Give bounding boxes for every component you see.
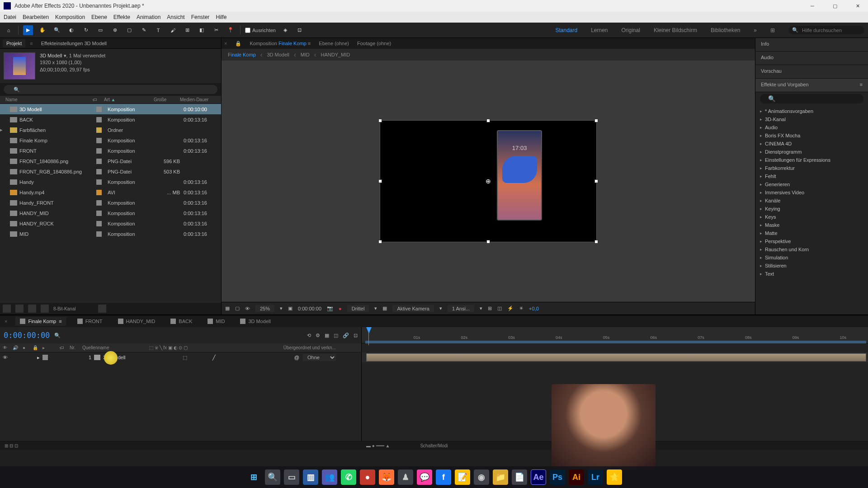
tl-icon-1[interactable]: ⟲ [307, 333, 311, 338]
effects-category[interactable]: Simulation [755, 253, 868, 262]
effects-category[interactable]: CINEMA 4D [755, 140, 868, 148]
col-dur[interactable]: Medien-Dauer [180, 97, 216, 102]
timeline-tab-0[interactable]: Finale Komp ≡ [15, 317, 66, 326]
layer-bar[interactable] [366, 353, 866, 361]
comp-tab-1[interactable]: Komposition Finale Komp ≡ [250, 41, 311, 46]
col-tag[interactable]: 🏷 [93, 97, 104, 102]
taskbar-ai[interactable]: Ai [569, 469, 584, 485]
res-icon[interactable]: ▣ [288, 305, 292, 311]
parent-dropdown[interactable]: Ohne [303, 354, 336, 361]
menu-ebene[interactable]: Ebene [91, 14, 107, 20]
snap-tool[interactable]: ◈ [280, 25, 290, 35]
project-row[interactable]: ▸ Farbflächen Ordner [0, 125, 221, 135]
taskbar-obs[interactable]: ◉ [474, 469, 489, 485]
guides-icon[interactable]: ⊞ [488, 305, 492, 311]
project-row[interactable]: Handy_FRONT Komposition 0:00:13:16 [0, 197, 221, 208]
timeline-tab-2[interactable]: HANDY_MID [113, 317, 160, 326]
workspace-bibliotheken[interactable]: Bibliotheken [711, 27, 740, 33]
taskbar-messenger[interactable]: 💬 [417, 469, 432, 485]
tl-icon-2[interactable]: ⚙ [316, 333, 320, 338]
effects-category[interactable]: Matte [755, 229, 868, 237]
taskbar-teams[interactable]: 👥 [322, 469, 337, 485]
timeline-layer-1[interactable]: 👁 ▸ 1 3D Modell ⬚ ╱ @ Ohne [0, 352, 361, 362]
timeline-search-icon[interactable]: 🔍 [54, 333, 61, 338]
info-tab[interactable]: Info [755, 38, 868, 52]
effects-category[interactable]: * Animationsvorgaben [755, 107, 868, 115]
minimize-button[interactable]: ─ [806, 1, 819, 10]
effects-category[interactable]: Farbkorrektur [755, 164, 868, 172]
workspace-original[interactable]: Original [622, 27, 640, 33]
text-tool[interactable]: T [153, 25, 163, 35]
project-row[interactable]: FRONT Komposition 0:00:13:16 [0, 145, 221, 156]
workspace-standard[interactable]: Standard [555, 27, 577, 33]
effects-category[interactable]: Kanäle [755, 197, 868, 205]
close-button[interactable]: ✕ [851, 1, 864, 10]
shape-tool[interactable]: ▢ [124, 25, 134, 35]
transparency-icon[interactable]: ▦ [382, 305, 387, 311]
brush-tool[interactable]: 🖌 [168, 25, 178, 35]
taskbar-facebook[interactable]: f [436, 469, 451, 485]
taskbar-lr[interactable]: Lr [588, 469, 603, 485]
home-tool[interactable]: ⌂ [4, 25, 14, 35]
help-search-input[interactable] [802, 28, 861, 33]
rotate-tool[interactable]: ↻ [81, 25, 91, 35]
workarea-bar[interactable] [365, 341, 866, 343]
grid-toggle-icon[interactable]: ▦ [225, 305, 230, 311]
menu-datei[interactable]: Datei [4, 14, 16, 20]
project-row[interactable]: Handy.mp4 AVI ... MB 0:00:13:16 [0, 187, 221, 197]
effects-category[interactable]: Audio [755, 123, 868, 131]
col-art[interactable]: Art ▲ [104, 97, 154, 102]
project-row[interactable]: HANDY_MID Komposition 0:00:13:16 [0, 208, 221, 218]
menu-komposition[interactable]: Komposition [55, 14, 85, 20]
effect-settings-tab[interactable]: Effekteinstellungen 3D Modell [38, 39, 110, 47]
taskbar-ae[interactable]: Ae [531, 469, 546, 485]
taskbar-app2[interactable]: ♟ [398, 469, 413, 485]
maximize-button[interactable]: ▢ [828, 1, 842, 10]
effects-category[interactable]: Text [755, 270, 868, 278]
project-row[interactable]: HANDY_RÜCK Komposition 0:00:13:16 [0, 218, 221, 229]
interpret-button[interactable] [3, 305, 11, 313]
3d-icon[interactable]: ◫ [497, 305, 502, 311]
taskbar-search[interactable]: 🔍 [265, 469, 280, 485]
effects-category[interactable]: Generieren [755, 180, 868, 188]
views-dropdown[interactable]: 1 Ansi... [448, 305, 474, 312]
taskbar-ps[interactable]: Ps [550, 469, 565, 485]
timeline-timecode[interactable]: 0:00:00:00 [4, 331, 50, 340]
camera-tool[interactable]: ▭ [95, 25, 105, 35]
workspace-lernen[interactable]: Lernen [591, 27, 608, 33]
effects-menu-icon[interactable]: ≡ [860, 82, 863, 89]
hand-tool[interactable]: ✋ [38, 25, 47, 35]
taskbar-folder[interactable]: 📁 [493, 469, 508, 485]
menu-bearbeiten[interactable]: Bearbeiten [23, 14, 49, 20]
render-icon[interactable]: ⚡ [507, 305, 514, 311]
workspace-kleiner[interactable]: Kleiner Bildschirm [654, 27, 697, 33]
puppet-tool[interactable]: 📍 [226, 25, 236, 35]
effects-category[interactable]: Rauschen und Korn [755, 245, 868, 253]
taskbar-whatsapp[interactable]: ✆ [341, 469, 356, 485]
project-tab[interactable]: Projekt [3, 39, 25, 47]
taskbar-taskview[interactable]: ▭ [284, 469, 299, 485]
breadcrumb-0[interactable]: Finale Komp [228, 52, 256, 57]
alpha-toggle-icon[interactable]: 👁 [245, 306, 250, 311]
project-row[interactable]: MID Komposition 0:00:13:16 [0, 229, 221, 239]
taskbar-app1[interactable]: ● [360, 469, 375, 485]
effects-category[interactable]: Keys [755, 213, 868, 221]
align-checkbox[interactable]: Ausrichten [245, 28, 276, 33]
tl-icon-3[interactable]: ▦ [325, 333, 329, 338]
effects-category[interactable]: Einstellungen für Expressions [755, 156, 868, 164]
taskbar-notepad[interactable]: 📄 [512, 469, 527, 485]
project-row[interactable]: Finale Komp Komposition 0:00:13:16 [0, 135, 221, 145]
comp-tab-2[interactable]: Ebene (ohne) [319, 41, 349, 46]
effects-category[interactable]: Fehlt [755, 172, 868, 180]
grid-tool[interactable]: ⊡ [295, 25, 305, 35]
new-comp-button[interactable] [28, 305, 36, 313]
anchor-tool[interactable]: ⊕ [110, 25, 120, 35]
help-search[interactable]: 🔍 [788, 26, 864, 34]
zoom-tool[interactable]: 🔍 [52, 25, 62, 35]
effects-category[interactable]: Maske [755, 221, 868, 229]
selection-tool[interactable]: ▶ [23, 25, 33, 35]
project-list[interactable]: 3D Modell Komposition 0:00:10:00 BACK Ko… [0, 104, 221, 303]
effects-search-input[interactable] [760, 94, 863, 103]
breadcrumb-3[interactable]: HANDY_MID [321, 52, 350, 57]
effects-category[interactable]: Immersives Video [755, 188, 868, 197]
